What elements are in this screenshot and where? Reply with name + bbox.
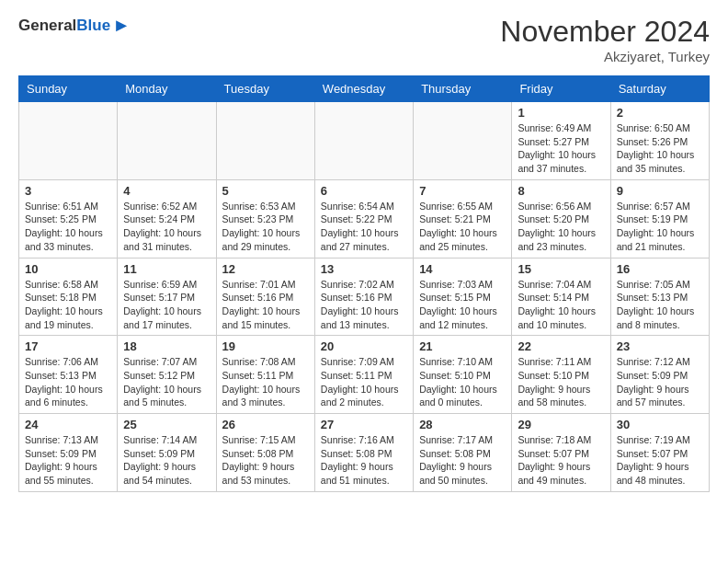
day-number: 8 bbox=[518, 184, 604, 198]
day-info: Sunrise: 7:17 AMSunset: 5:08 PMDaylight:… bbox=[419, 433, 506, 488]
day-info: Sunrise: 7:02 AMSunset: 5:16 PMDaylight:… bbox=[321, 278, 407, 332]
calendar-cell: 11Sunrise: 6:59 AMSunset: 5:17 PMDayligh… bbox=[118, 258, 216, 336]
location-subtitle: Akziyaret, Turkey bbox=[500, 49, 710, 64]
day-info: Sunrise: 6:57 AMSunset: 5:19 PMDaylight:… bbox=[617, 200, 703, 254]
header-friday: Friday bbox=[512, 76, 610, 102]
day-number: 3 bbox=[25, 184, 111, 198]
calendar-table: Sunday Monday Tuesday Wednesday Thursday… bbox=[18, 75, 710, 492]
day-info: Sunrise: 7:04 AMSunset: 5:14 PMDaylight:… bbox=[518, 278, 604, 332]
day-info: Sunrise: 7:12 AMSunset: 5:09 PMDaylight:… bbox=[617, 355, 703, 409]
day-number: 16 bbox=[617, 262, 703, 276]
day-info: Sunrise: 6:50 AMSunset: 5:26 PMDaylight:… bbox=[617, 121, 703, 176]
day-number: 4 bbox=[123, 184, 210, 198]
day-info: Sunrise: 6:54 AMSunset: 5:22 PMDaylight:… bbox=[321, 200, 407, 254]
day-info: Sunrise: 7:19 AMSunset: 5:07 PMDaylight:… bbox=[617, 433, 703, 488]
calendar-cell: 13Sunrise: 7:02 AMSunset: 5:16 PMDayligh… bbox=[314, 258, 413, 336]
page-container: General Blue ► November 2024 Akziyaret, … bbox=[0, 0, 728, 507]
calendar-cell: 29Sunrise: 7:18 AMSunset: 5:07 PMDayligh… bbox=[512, 414, 610, 492]
day-number: 22 bbox=[518, 339, 604, 353]
header-tuesday: Tuesday bbox=[216, 76, 314, 102]
calendar-cell bbox=[118, 102, 216, 180]
calendar-cell: 12Sunrise: 7:01 AMSunset: 5:16 PMDayligh… bbox=[216, 258, 314, 336]
day-info: Sunrise: 6:59 AMSunset: 5:17 PMDaylight:… bbox=[123, 278, 210, 332]
calendar-body: 1Sunrise: 6:49 AMSunset: 5:27 PMDaylight… bbox=[19, 102, 710, 492]
day-info: Sunrise: 6:56 AMSunset: 5:20 PMDaylight:… bbox=[518, 200, 604, 254]
title-block: November 2024 Akziyaret, Turkey bbox=[500, 15, 710, 64]
calendar-cell: 26Sunrise: 7:15 AMSunset: 5:08 PMDayligh… bbox=[216, 414, 314, 492]
calendar-cell: 30Sunrise: 7:19 AMSunset: 5:07 PMDayligh… bbox=[610, 414, 709, 492]
day-number: 12 bbox=[222, 262, 309, 276]
header-thursday: Thursday bbox=[414, 76, 512, 102]
calendar-cell: 10Sunrise: 6:58 AMSunset: 5:18 PMDayligh… bbox=[19, 258, 118, 336]
day-number: 30 bbox=[617, 418, 703, 431]
day-info: Sunrise: 6:52 AMSunset: 5:24 PMDaylight:… bbox=[123, 200, 210, 254]
day-info: Sunrise: 7:01 AMSunset: 5:16 PMDaylight:… bbox=[222, 278, 309, 332]
logo: General Blue ► bbox=[18, 15, 131, 36]
month-title: November 2024 bbox=[500, 15, 710, 49]
day-info: Sunrise: 6:55 AMSunset: 5:21 PMDaylight:… bbox=[419, 200, 506, 254]
logo-arrow-icon: ► bbox=[112, 15, 131, 36]
header-monday: Monday bbox=[118, 76, 216, 102]
day-info: Sunrise: 7:03 AMSunset: 5:15 PMDaylight:… bbox=[419, 278, 506, 332]
calendar-cell: 4Sunrise: 6:52 AMSunset: 5:24 PMDaylight… bbox=[118, 179, 216, 258]
header-wednesday: Wednesday bbox=[314, 76, 413, 102]
calendar-cell: 7Sunrise: 6:55 AMSunset: 5:21 PMDaylight… bbox=[414, 179, 512, 258]
week-row-4: 17Sunrise: 7:06 AMSunset: 5:13 PMDayligh… bbox=[19, 336, 710, 414]
day-number: 5 bbox=[222, 184, 309, 198]
day-number: 26 bbox=[222, 418, 309, 431]
day-number: 23 bbox=[617, 339, 703, 353]
calendar-cell: 1Sunrise: 6:49 AMSunset: 5:27 PMDaylight… bbox=[512, 102, 610, 180]
header-sunday: Sunday bbox=[19, 76, 118, 102]
day-info: Sunrise: 7:06 AMSunset: 5:13 PMDaylight:… bbox=[25, 355, 111, 409]
week-row-1: 1Sunrise: 6:49 AMSunset: 5:27 PMDaylight… bbox=[19, 102, 710, 180]
calendar-cell: 19Sunrise: 7:08 AMSunset: 5:11 PMDayligh… bbox=[216, 336, 314, 414]
day-number: 25 bbox=[123, 418, 210, 431]
day-info: Sunrise: 6:51 AMSunset: 5:25 PMDaylight:… bbox=[25, 200, 111, 254]
day-info: Sunrise: 7:16 AMSunset: 5:08 PMDaylight:… bbox=[321, 433, 407, 488]
calendar-cell: 21Sunrise: 7:10 AMSunset: 5:10 PMDayligh… bbox=[414, 336, 512, 414]
week-row-2: 3Sunrise: 6:51 AMSunset: 5:25 PMDaylight… bbox=[19, 179, 710, 258]
calendar-cell: 2Sunrise: 6:50 AMSunset: 5:26 PMDaylight… bbox=[610, 102, 709, 180]
page-header: General Blue ► November 2024 Akziyaret, … bbox=[18, 15, 710, 64]
day-info: Sunrise: 7:14 AMSunset: 5:09 PMDaylight:… bbox=[123, 433, 210, 488]
calendar-cell: 6Sunrise: 6:54 AMSunset: 5:22 PMDaylight… bbox=[314, 179, 413, 258]
day-number: 24 bbox=[25, 418, 111, 431]
day-number: 17 bbox=[25, 339, 111, 353]
day-number: 29 bbox=[518, 418, 604, 431]
day-number: 27 bbox=[321, 418, 407, 431]
day-number: 10 bbox=[25, 262, 111, 276]
day-number: 11 bbox=[123, 262, 210, 276]
day-number: 21 bbox=[419, 339, 506, 353]
day-info: Sunrise: 7:05 AMSunset: 5:13 PMDaylight:… bbox=[617, 278, 703, 332]
header-saturday: Saturday bbox=[610, 76, 709, 102]
calendar-cell bbox=[414, 102, 512, 180]
day-info: Sunrise: 7:08 AMSunset: 5:11 PMDaylight:… bbox=[222, 355, 309, 409]
calendar-cell: 24Sunrise: 7:13 AMSunset: 5:09 PMDayligh… bbox=[19, 414, 118, 492]
calendar-cell: 22Sunrise: 7:11 AMSunset: 5:10 PMDayligh… bbox=[512, 336, 610, 414]
calendar-header-row: Sunday Monday Tuesday Wednesday Thursday… bbox=[19, 76, 710, 102]
day-number: 9 bbox=[617, 184, 703, 198]
day-number: 15 bbox=[518, 262, 604, 276]
week-row-5: 24Sunrise: 7:13 AMSunset: 5:09 PMDayligh… bbox=[19, 414, 710, 492]
day-info: Sunrise: 7:13 AMSunset: 5:09 PMDaylight:… bbox=[25, 433, 111, 488]
calendar-cell: 9Sunrise: 6:57 AMSunset: 5:19 PMDaylight… bbox=[610, 179, 709, 258]
day-number: 2 bbox=[617, 106, 703, 120]
calendar-cell: 8Sunrise: 6:56 AMSunset: 5:20 PMDaylight… bbox=[512, 179, 610, 258]
day-number: 7 bbox=[419, 184, 506, 198]
calendar-cell: 20Sunrise: 7:09 AMSunset: 5:11 PMDayligh… bbox=[314, 336, 413, 414]
day-info: Sunrise: 7:15 AMSunset: 5:08 PMDaylight:… bbox=[222, 433, 309, 488]
calendar-cell bbox=[314, 102, 413, 180]
calendar-cell: 3Sunrise: 6:51 AMSunset: 5:25 PMDaylight… bbox=[19, 179, 118, 258]
calendar-cell: 28Sunrise: 7:17 AMSunset: 5:08 PMDayligh… bbox=[414, 414, 512, 492]
day-info: Sunrise: 6:49 AMSunset: 5:27 PMDaylight:… bbox=[518, 121, 604, 176]
day-number: 14 bbox=[419, 262, 506, 276]
calendar-cell: 15Sunrise: 7:04 AMSunset: 5:14 PMDayligh… bbox=[512, 258, 610, 336]
day-info: Sunrise: 7:09 AMSunset: 5:11 PMDaylight:… bbox=[321, 355, 407, 409]
calendar-cell: 5Sunrise: 6:53 AMSunset: 5:23 PMDaylight… bbox=[216, 179, 314, 258]
calendar-cell: 16Sunrise: 7:05 AMSunset: 5:13 PMDayligh… bbox=[610, 258, 709, 336]
day-info: Sunrise: 7:11 AMSunset: 5:10 PMDaylight:… bbox=[518, 355, 604, 409]
calendar-cell bbox=[216, 102, 314, 180]
calendar-cell: 25Sunrise: 7:14 AMSunset: 5:09 PMDayligh… bbox=[118, 414, 216, 492]
day-number: 13 bbox=[321, 262, 407, 276]
calendar-cell: 14Sunrise: 7:03 AMSunset: 5:15 PMDayligh… bbox=[414, 258, 512, 336]
